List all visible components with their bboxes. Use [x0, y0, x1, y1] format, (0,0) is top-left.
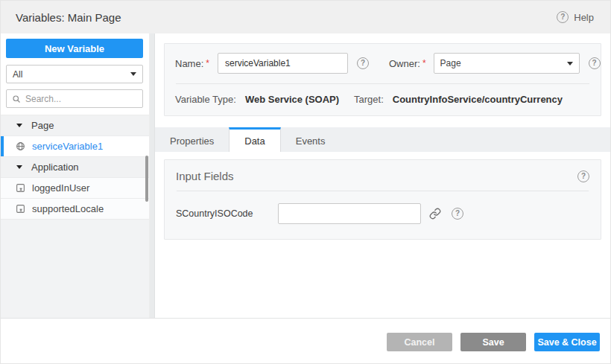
item-label: supportedLocale [32, 203, 104, 214]
save-and-close-button[interactable]: Save & Close [534, 333, 600, 351]
tab-data[interactable]: Data [229, 127, 280, 152]
bind-link-icon[interactable] [428, 206, 443, 221]
item-label: loggedInUser [32, 182, 89, 194]
field-help-icon[interactable] [452, 208, 463, 220]
panel-divider [176, 83, 589, 84]
variables-dialog: Variables: Main Page Help New Variable A… [0, 0, 611, 364]
variable-type-value: Web Service (SOAP) [245, 94, 339, 105]
variables-tree: Page serviceVariable1 [1, 115, 149, 220]
scountryisocode-field[interactable] [278, 203, 421, 224]
section-title: Input Fields [176, 170, 577, 182]
name-field[interactable] [218, 53, 348, 74]
item-label: serviceVariable1 [32, 141, 103, 152]
owner-value: Page [440, 58, 567, 68]
tree-group-application[interactable]: Application [1, 157, 149, 178]
sidebar-item-servicevariable1[interactable]: serviceVariable1 [1, 136, 149, 157]
owner-dropdown[interactable]: Page [434, 53, 580, 74]
input-fields-panel: Input Fields SCountryISOCode [164, 159, 601, 240]
chevron-down-icon [567, 62, 573, 66]
selected-indicator [1, 136, 4, 156]
new-variable-button[interactable]: New Variable [6, 39, 143, 58]
sidebar-scrollbar[interactable] [145, 156, 148, 202]
filter-dropdown[interactable]: All [6, 65, 143, 83]
expander-down-icon [16, 165, 22, 169]
variables-sidebar: New Variable All Page [1, 33, 150, 318]
filter-value: All [13, 69, 130, 80]
tab-bar: Properties Data Events [155, 127, 610, 152]
main-content: Name:* Owner:* Page Var [155, 33, 610, 318]
group-label: Application [31, 162, 79, 173]
name-help-icon[interactable] [357, 57, 369, 69]
sidebar-item-loggedinuser[interactable]: loggedInUser [1, 178, 149, 199]
help-icon [557, 11, 569, 23]
chevron-down-icon [130, 72, 136, 76]
group-label: Page [31, 120, 54, 131]
tab-properties[interactable]: Properties [155, 127, 229, 152]
tab-events[interactable]: Events [281, 127, 341, 152]
owner-label: Owner:* [389, 58, 426, 69]
search-input[interactable] [25, 94, 137, 104]
expander-down-icon [16, 124, 22, 127]
save-button[interactable]: Save [460, 333, 526, 351]
owner-help-icon[interactable] [589, 57, 601, 69]
section-divider [177, 191, 589, 191]
target-label: Target: [354, 94, 384, 105]
dialog-header: Variables: Main Page Help [1, 1, 610, 33]
search-box[interactable] [6, 89, 143, 108]
sidebar-filler [1, 220, 149, 318]
required-marker: * [422, 58, 426, 68]
search-icon [12, 95, 21, 103]
input-fields-help-icon[interactable] [577, 170, 589, 182]
target-value: CountryInfoService/countryCurrency [393, 94, 563, 105]
help-label: Help [574, 12, 594, 23]
help-button[interactable]: Help [557, 11, 594, 23]
required-marker: * [206, 58, 209, 68]
dialog-footer: Cancel Save Save & Close [1, 318, 610, 363]
variable-icon [15, 183, 25, 194]
sidebar-item-supportedlocale[interactable]: supportedLocale [1, 199, 149, 220]
cancel-button[interactable]: Cancel [387, 333, 452, 351]
variable-summary-panel: Name:* Owner:* Page Var [164, 43, 601, 116]
variable-type-label: Variable Type: [175, 94, 236, 105]
sidebar-divider [150, 33, 155, 318]
web-service-icon [15, 141, 25, 152]
tree-group-page[interactable]: Page [1, 115, 149, 136]
variable-icon [15, 204, 25, 214]
input-field-row: SCountryISOCode [176, 203, 589, 224]
name-label: Name:* [175, 58, 209, 69]
page-title: Variables: Main Page [16, 11, 121, 24]
field-label-scountryisocode: SCountryISOCode [176, 208, 278, 219]
